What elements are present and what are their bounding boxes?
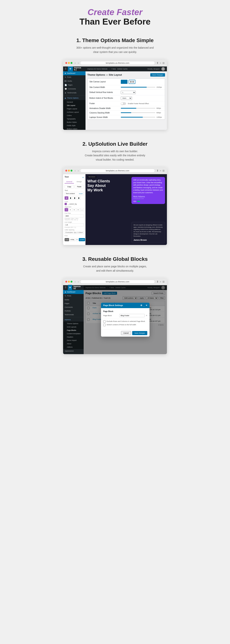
hamburger-icon[interactable]: ☰ bbox=[65, 68, 67, 70]
submenu-general[interactable]: General bbox=[63, 100, 85, 104]
layout-option-1[interactable] bbox=[121, 80, 128, 84]
tablet-icon[interactable]: 📱 bbox=[69, 196, 72, 200]
builder-tab-design[interactable]: Design bbox=[75, 180, 84, 184]
add-tab-icon[interactable]: + bbox=[160, 62, 161, 64]
modal-field-clear[interactable]: ✕ bbox=[146, 314, 147, 316]
layout-option-2[interactable] bbox=[129, 80, 135, 84]
modal-save-button[interactable]: Save changes bbox=[132, 331, 147, 335]
content-width-slider[interactable]: 1520px bbox=[121, 86, 163, 88]
grid-icon-3[interactable]: ⊞ bbox=[162, 280, 165, 283]
dot-red-3[interactable] bbox=[65, 281, 67, 282]
copy-button[interactable]: Copy bbox=[65, 185, 74, 188]
topbar-new[interactable]: + New bbox=[111, 68, 116, 70]
submenu-about-3[interactable]: About bbox=[63, 342, 84, 346]
sidebar-item-portfolio-3[interactable]: Portfolio bbox=[63, 309, 84, 313]
submenu-page-blocks-3[interactable]: Page Blocks bbox=[63, 328, 84, 332]
responsive-button[interactable]: ≡ bbox=[76, 238, 78, 241]
sidebar-item-appearance-3[interactable]: Appearance bbox=[63, 349, 84, 353]
sidebar-item-testimonials-3[interactable]: Testimonials bbox=[63, 313, 84, 316]
toggle-dot-1[interactable] bbox=[133, 201, 136, 202]
submenu-addons-3[interactable]: Addons bbox=[63, 346, 84, 349]
modal-gear-icon[interactable]: ⚙ bbox=[140, 304, 142, 307]
dot-green-2[interactable] bbox=[71, 170, 72, 172]
nav-forward-3[interactable]: › bbox=[78, 280, 79, 283]
letter-spacing-input[interactable] bbox=[65, 231, 84, 234]
dot-red[interactable] bbox=[65, 62, 67, 64]
update-button[interactable]: Update bbox=[79, 238, 85, 241]
sidebar-item-media-3[interactable]: Media bbox=[63, 298, 84, 302]
sidebar-item-pages[interactable]: 📄 Pages bbox=[63, 83, 85, 87]
add-tab-icon-3[interactable]: + bbox=[160, 280, 161, 283]
modal-minimize-icon[interactable]: _ bbox=[143, 304, 145, 307]
sidebar-item-dashboard[interactable]: ⊕ Dashboard bbox=[63, 71, 85, 75]
sidebar-item-testimonials[interactable]: ★ Testimonials bbox=[63, 91, 85, 95]
font-size-input[interactable] bbox=[65, 214, 84, 218]
mobile-icon[interactable]: 📱 bbox=[73, 196, 77, 200]
modal-close-icon[interactable]: ✕ bbox=[146, 304, 147, 307]
columns-stacking-slider[interactable]: 600px bbox=[121, 112, 163, 114]
submenu-colors[interactable]: Colors bbox=[63, 114, 85, 117]
desktop-icon[interactable]: 🖥 bbox=[65, 196, 68, 200]
topbar-cache[interactable]: Delete Cache bbox=[118, 68, 128, 70]
modal-cancel-button[interactable]: Cancel bbox=[121, 331, 131, 335]
grid-icon-2[interactable]: ⊞ bbox=[162, 169, 165, 172]
footer-toggle[interactable] bbox=[121, 102, 126, 105]
row-indents-select[interactable]: LMS bbox=[121, 91, 136, 94]
align-justify-icon[interactable]: ≡ bbox=[76, 208, 80, 212]
builder-tab-general[interactable]: General bbox=[65, 180, 74, 184]
submenu-pages-layout[interactable]: Pages Layout bbox=[63, 107, 85, 110]
submenu-button-styles[interactable]: Button Styles bbox=[63, 120, 85, 124]
dot-yellow-2[interactable] bbox=[68, 170, 70, 172]
modal-checkbox-1[interactable] bbox=[103, 320, 106, 323]
submenu-theme-options-3[interactable]: Theme Options bbox=[63, 322, 84, 325]
modal-overlay[interactable]: Page Block Settings ⚙ _ ✕ Page Block Pag… bbox=[84, 285, 167, 354]
sidebar-item-comments[interactable]: 💬 Comments bbox=[63, 87, 85, 91]
submenu-fields-style[interactable]: Fields Style bbox=[63, 124, 85, 127]
dot-green-3[interactable] bbox=[71, 281, 72, 282]
sidebar-item-dashboard-3[interactable]: ⊕ Dashboard bbox=[63, 290, 84, 294]
submenu-demo-import-3[interactable]: Demo Import bbox=[63, 339, 84, 342]
nav-back-2[interactable]: ‹ bbox=[75, 169, 76, 172]
plus-icon[interactable]: + bbox=[82, 176, 84, 179]
sidebar-item-media[interactable]: 🎞 Media bbox=[63, 79, 85, 83]
nav-back[interactable]: ‹ bbox=[75, 62, 76, 64]
sidebar-item-comments-3[interactable]: Comments bbox=[63, 305, 84, 309]
share-icon-3[interactable]: ⬆ bbox=[156, 280, 159, 283]
submenu-bottom-indent[interactable]: Bottom Indent bbox=[63, 127, 85, 130]
bottom-indent-select[interactable]: 0rem1rem bbox=[121, 96, 132, 100]
grid-icon[interactable]: ⊞ bbox=[162, 62, 165, 64]
animations-width-slider[interactable]: 900px bbox=[121, 107, 163, 109]
align-left-icon[interactable]: ≡ bbox=[65, 208, 68, 212]
modal-checkbox-2[interactable] bbox=[103, 324, 106, 326]
toggle-dot-2[interactable] bbox=[137, 201, 140, 202]
line-height-input[interactable] bbox=[65, 223, 84, 226]
nav-forward-2[interactable]: › bbox=[78, 169, 79, 172]
url-bar-2[interactable]: templates.us-themes.com bbox=[80, 169, 155, 172]
small-mobile-icon[interactable]: 📱 bbox=[77, 196, 81, 200]
share-icon-2[interactable]: ⬆ bbox=[156, 169, 159, 172]
html-button[interactable]: HTML bbox=[70, 238, 75, 241]
url-bar-3[interactable]: templates.us-themes.com bbox=[80, 280, 155, 284]
share-icon[interactable]: ⬆ bbox=[156, 62, 159, 64]
dot-red-2[interactable] bbox=[65, 170, 67, 172]
dot-green[interactable] bbox=[71, 62, 72, 64]
sidebar-item-plugins-3[interactable]: Plugins bbox=[63, 353, 84, 354]
modal-field-input[interactable] bbox=[119, 314, 145, 317]
nav-forward[interactable]: › bbox=[78, 62, 79, 64]
submenu-typography[interactable]: Typography bbox=[63, 117, 85, 120]
submenu-headers-3[interactable]: Headers bbox=[63, 335, 84, 339]
nav-back-3[interactable]: ‹ bbox=[75, 280, 76, 283]
submenu-grid-layouts-3[interactable]: Grid Layouts bbox=[63, 325, 84, 328]
sidebar-item-impreza[interactable]: Impreza bbox=[63, 318, 84, 322]
laptops-width-slider[interactable]: 1280px bbox=[121, 116, 163, 118]
sidebar-item-posts[interactable]: ✎ Posts bbox=[63, 75, 85, 79]
save-changes-button[interactable]: Save Changes bbox=[150, 73, 165, 76]
submenu-archives-layout[interactable]: Archives Layout bbox=[63, 110, 85, 114]
add-tab-icon-2[interactable]: + bbox=[160, 169, 161, 172]
topbar-site[interactable]: Impreza D2 Demo Website bbox=[87, 68, 107, 70]
url-bar-1[interactable]: templates.us-themes.com bbox=[80, 61, 155, 65]
align-center-icon[interactable]: ≡ bbox=[68, 208, 72, 212]
dot-yellow[interactable] bbox=[68, 62, 70, 64]
submenu-site-layout[interactable]: Site Layout bbox=[63, 104, 85, 107]
submenu-content-templates-3[interactable]: Content templates bbox=[63, 332, 84, 335]
